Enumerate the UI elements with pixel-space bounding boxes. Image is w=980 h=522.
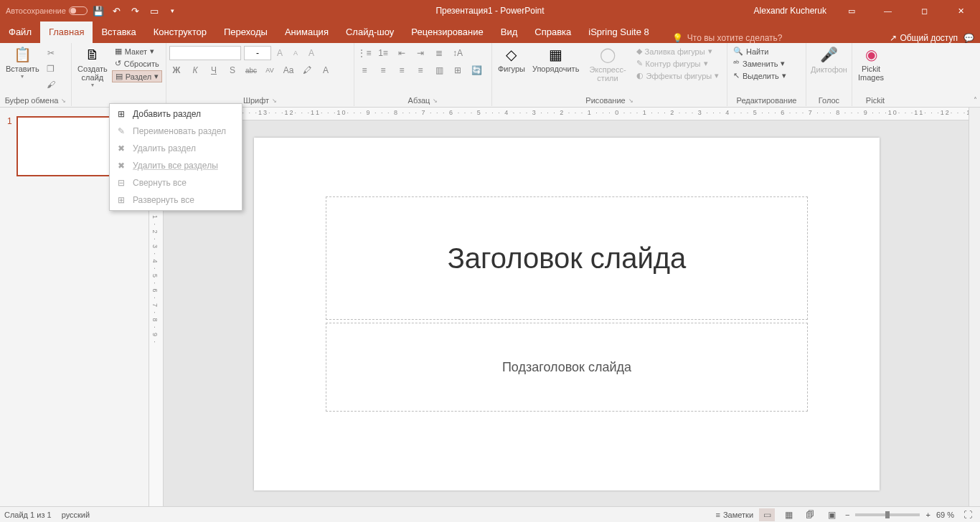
font-color-button[interactable]: A bbox=[319, 63, 333, 77]
shapes-button[interactable]: ◇ Фигуры bbox=[495, 44, 528, 95]
tab-animation[interactable]: Анимация bbox=[276, 22, 337, 43]
save-button[interactable]: 💾 bbox=[90, 3, 106, 19]
pickit-button[interactable]: ◉ Pickit Images bbox=[855, 44, 887, 95]
tab-design[interactable]: Конструктор bbox=[145, 22, 215, 43]
clipboard-launcher-icon[interactable]: ↘ bbox=[61, 98, 66, 104]
underline-button[interactable]: Ч bbox=[207, 63, 221, 77]
replace-button[interactable]: ᵃᵇЗаменить▾ bbox=[730, 58, 803, 69]
tab-view[interactable]: Вид bbox=[492, 22, 527, 43]
qat-more-button[interactable]: ▾ bbox=[165, 3, 181, 19]
minimize-button[interactable]: — bbox=[872, 0, 904, 22]
zoom-slider[interactable] bbox=[855, 513, 920, 516]
fit-to-window-button[interactable]: ⛶ bbox=[960, 508, 976, 521]
text-direction-button[interactable]: ↕A bbox=[451, 46, 465, 60]
strike-button[interactable]: abc bbox=[244, 63, 258, 77]
slide-1[interactable]: Заголовок слайда Подзаголовок слайда bbox=[254, 138, 880, 490]
vertical-scrollbar[interactable] bbox=[969, 108, 980, 506]
line-spacing-button[interactable]: ≣ bbox=[432, 46, 446, 60]
tab-file[interactable]: Файл bbox=[0, 22, 40, 43]
normal-view-button[interactable]: ▭ bbox=[759, 508, 775, 521]
redo-button[interactable]: ↷ bbox=[128, 3, 143, 19]
font-size-input[interactable]: - bbox=[244, 46, 271, 60]
new-slide-button[interactable]: 🗎 Создать слайд ▾ bbox=[75, 44, 110, 103]
increase-indent-button[interactable]: ⇥ bbox=[413, 46, 428, 60]
autosave-toggle[interactable]: Автосохранение bbox=[6, 6, 88, 15]
select-button[interactable]: ↖Выделить▾ bbox=[730, 70, 803, 81]
subtitle-placeholder[interactable]: Подзаголовок слайда bbox=[326, 323, 808, 412]
notes-button[interactable]: ≡Заметки bbox=[716, 511, 754, 519]
tab-slideshow[interactable]: Слайд-шоу bbox=[337, 22, 402, 43]
tab-transitions[interactable]: Переходы bbox=[215, 22, 276, 43]
justify-button[interactable]: ≡ bbox=[413, 63, 428, 77]
bold-button[interactable]: Ж bbox=[169, 63, 184, 77]
cut-button[interactable]: ✂ bbox=[44, 46, 58, 60]
tab-review[interactable]: Рецензирование bbox=[402, 22, 491, 43]
language-indicator[interactable]: русский bbox=[62, 511, 90, 519]
align-text-button[interactable]: ⊞ bbox=[451, 63, 465, 77]
quick-styles-button[interactable]: ◯ Экспресс- стили bbox=[583, 44, 631, 95]
decrease-indent-button[interactable]: ⇤ bbox=[395, 46, 409, 60]
zoom-percent[interactable]: 69 % bbox=[936, 511, 954, 519]
drawing-launcher-icon[interactable]: ↘ bbox=[628, 98, 633, 104]
paste-button[interactable]: 📋 Вставить ▾ bbox=[3, 44, 42, 95]
dictate-button[interactable]: 🎤 Диктофон bbox=[809, 44, 849, 95]
menu-add-section[interactable]: ⊞Добавить раздел bbox=[110, 105, 242, 123]
title-placeholder[interactable]: Заголовок слайда bbox=[326, 196, 808, 320]
tell-me-search[interactable]: 💡 Что вы хотите сделать? bbox=[672, 33, 783, 43]
align-right-button[interactable]: ≡ bbox=[395, 63, 409, 77]
slide-counter[interactable]: Слайд 1 из 1 bbox=[4, 511, 52, 519]
collapse-ribbon-button[interactable]: ˄ bbox=[974, 96, 977, 104]
menu-expand-all: ⊞Развернуть все bbox=[110, 191, 242, 209]
align-left-button[interactable]: ≡ bbox=[357, 63, 372, 77]
tab-ispring[interactable]: iSpring Suite 8 bbox=[580, 22, 658, 43]
section-icon: ▤ bbox=[116, 72, 123, 81]
start-from-beginning-button[interactable]: ▭ bbox=[146, 3, 162, 19]
increase-font-button[interactable]: A bbox=[273, 46, 287, 60]
clear-format-button[interactable]: A bbox=[304, 46, 319, 60]
switch-icon[interactable] bbox=[69, 6, 88, 15]
font-launcher-icon[interactable]: ↘ bbox=[272, 98, 277, 104]
font-family-input[interactable] bbox=[169, 46, 241, 60]
bullets-button[interactable]: ⋮≡ bbox=[357, 46, 372, 60]
shape-outline-button[interactable]: ✎Контур фигуры▾ bbox=[633, 58, 722, 69]
shadow-button[interactable]: S bbox=[225, 63, 240, 77]
columns-button[interactable]: ▥ bbox=[432, 63, 446, 77]
share-button[interactable]: ↗ Общий доступ bbox=[890, 33, 958, 43]
zoom-out-button[interactable]: − bbox=[845, 511, 849, 519]
change-case-button[interactable]: Aa bbox=[281, 63, 296, 77]
tab-help[interactable]: Справка bbox=[526, 22, 580, 43]
ribbon-display-button[interactable]: ▭ bbox=[835, 0, 867, 22]
paragraph-launcher-icon[interactable]: ↘ bbox=[433, 98, 438, 104]
smartart-button[interactable]: 🔄 bbox=[469, 63, 484, 77]
shape-effects-button[interactable]: ◐Эффекты фигуры▾ bbox=[633, 70, 722, 81]
maximize-button[interactable]: ◻ bbox=[908, 0, 941, 22]
highlight-button[interactable]: 🖍 bbox=[300, 63, 314, 77]
numbering-button[interactable]: 1≡ bbox=[376, 46, 390, 60]
shape-fill-button[interactable]: ◆Заливка фигуры▾ bbox=[633, 46, 722, 57]
lightbulb-icon: 💡 bbox=[672, 33, 683, 43]
copy-button[interactable]: ❐ bbox=[44, 62, 58, 76]
arrange-button[interactable]: ▦ Упорядочить bbox=[529, 44, 582, 95]
zoom-in-button[interactable]: + bbox=[925, 511, 930, 519]
tab-insert[interactable]: Вставка bbox=[93, 22, 144, 43]
find-button[interactable]: 🔍Найти bbox=[730, 46, 803, 57]
close-button[interactable]: ✕ bbox=[945, 0, 977, 22]
decrease-font-button[interactable]: A bbox=[288, 46, 303, 60]
section-button[interactable]: ▤Раздел▾ bbox=[112, 70, 162, 82]
format-painter-button[interactable]: 🖌 bbox=[44, 77, 58, 92]
h-ruler-ticks: · · ·16· · ·15· · ·14· · ·13· · ·12· · ·… bbox=[164, 109, 969, 116]
user-name[interactable]: Alexandr Kucheruk bbox=[754, 6, 826, 16]
char-spacing-button[interactable]: AV bbox=[263, 63, 277, 77]
slideshow-view-button[interactable]: ▣ bbox=[824, 508, 839, 521]
undo-button[interactable]: ↶ bbox=[109, 3, 125, 19]
comments-button[interactable]: 💬 bbox=[963, 33, 974, 43]
sorter-view-button[interactable]: ▦ bbox=[781, 508, 796, 521]
tab-home[interactable]: Главная bbox=[40, 22, 93, 43]
layout-button[interactable]: ▦Макет▾ bbox=[112, 46, 162, 57]
title-bar: Автосохранение 💾 ↶ ↷ ▭ ▾ Презентация1 - … bbox=[0, 0, 980, 22]
italic-button[interactable]: К bbox=[188, 63, 202, 77]
reading-view-button[interactable]: 🗐 bbox=[802, 508, 818, 521]
slide-canvas[interactable]: Заголовок слайда Подзаголовок слайда bbox=[164, 120, 969, 506]
reset-button[interactable]: ↺Сбросить bbox=[112, 58, 162, 69]
align-center-button[interactable]: ≡ bbox=[376, 63, 390, 77]
